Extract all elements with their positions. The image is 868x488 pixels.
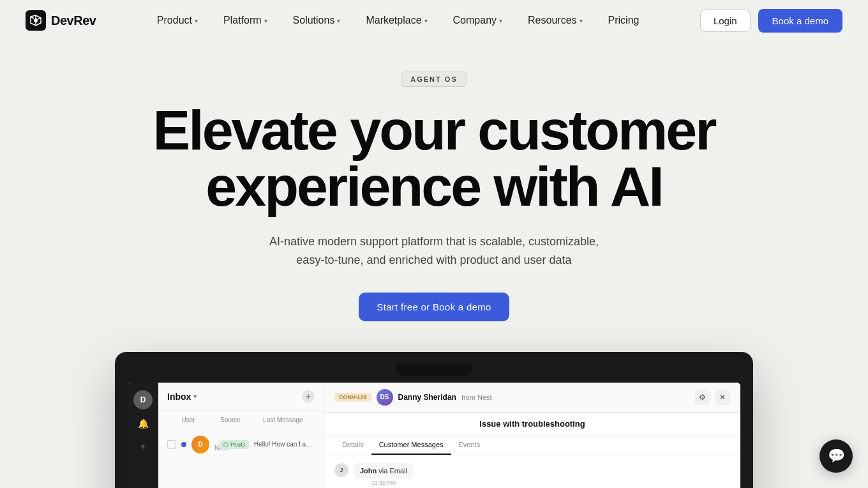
msg-content: John via Email 12:30 PM [354,463,414,486]
chat-widget[interactable]: 💬 [819,439,853,473]
close-icon[interactable]: ✕ [715,390,730,405]
msg-sender: John [360,467,377,475]
inbox-header: Inbox ▾ ＋ [158,383,324,411]
user-avatar: D [133,390,153,409]
navbar: DevRev Product ▾ Platform ▾ Solutions ▾ … [0,0,868,41]
inbox-row[interactable]: D Danny Sheridan Nest ⬡ PLuG Hello! How … [158,429,324,461]
hero-subtitle: AI-native modern support platform that i… [255,233,613,270]
hero-badge: AGENT OS [401,72,467,87]
hero-cta-button[interactable]: Start free or Book a demo [359,293,509,321]
unread-dot [181,442,186,447]
laptop-notch-bar [128,363,740,376]
nav-company-chevron: ▾ [499,17,502,24]
nav-solutions-chevron: ▾ [337,17,340,24]
nav-platform-chevron: ▾ [264,17,267,24]
detail-tabs: Details Customer Messages Events [324,436,740,455]
detail-user-info: DS Danny Sheridan from Nest [377,389,492,406]
app-sidebar: D 🔔 ＋ [128,383,158,488]
laptop-outer: D 🔔 ＋ Inbox ▾ ＋ [115,352,753,488]
inbox-title: Inbox ▾ [167,392,197,402]
row-avatar: D [191,436,209,454]
nav-solutions[interactable]: Solutions ▾ [283,10,351,31]
laptop-mockup: D 🔔 ＋ Inbox ▾ ＋ [115,352,753,488]
inbox-chevron-icon: ▾ [193,393,197,400]
bell-icon[interactable]: 🔔 [134,415,152,432]
logo-text: DevRev [51,13,96,28]
nav-actions: Login Book a demo [700,9,842,33]
login-button[interactable]: Login [700,10,751,32]
detail-header: CONV-129 DS Danny Sheridan from Nest ⚙ ✕ [324,383,740,413]
logo-link[interactable]: DevRev [26,10,96,31]
book-demo-button[interactable]: Book a demo [758,9,842,33]
tab-details[interactable]: Details [334,436,371,455]
detail-header-left: CONV-129 DS Danny Sheridan from Nest [334,389,492,406]
nav-pricing[interactable]: Pricing [598,10,650,31]
laptop-screen: D 🔔 ＋ Inbox ▾ ＋ [128,383,740,488]
inbox-columns: User Source Last Message [158,411,324,429]
row-last-message: Hello! How can I assist you with TechByt… [254,441,315,448]
devrev-logo-icon [26,10,46,31]
tab-customer-messages[interactable]: Customer Messages [371,436,451,455]
col-source-header: Source [209,416,251,423]
inbox-rows: D Danny Sheridan Nest ⬡ PLuG Hello! How … [158,429,324,461]
msg-via: via Email [378,467,407,475]
source-badge: ⬡ PLuG [220,440,249,449]
msg-avatar: J [334,463,348,477]
col-msg-header: Last Message [251,416,315,423]
plug-icon: ⬡ [223,441,228,448]
nav-product-chevron: ▾ [195,17,198,24]
nav-product[interactable]: Product ▾ [147,10,208,31]
nav-platform[interactable]: Platform ▾ [213,10,278,31]
nav-resources-chevron: ▾ [580,17,583,24]
msg-time: 12:30 PM [354,480,414,486]
msg-bubble: John via Email [354,463,414,478]
detail-issue: Issue with troubleshooting [324,413,740,436]
tab-events[interactable]: Events [451,436,488,455]
detail-messages: J John via Email 12:30 PM [324,455,740,488]
nav-links: Product ▾ Platform ▾ Solutions ▾ Marketp… [147,10,650,31]
message-row: J John via Email 12:30 PM [334,463,730,486]
nav-marketplace[interactable]: Marketplace ▾ [355,10,437,31]
conv-id-badge: CONV-129 [334,393,371,402]
laptop-notch [396,363,472,376]
hero-title: Elevate your customer experience with AI [153,102,715,215]
nav-marketplace-chevron: ▾ [424,17,428,24]
row-checkbox[interactable] [167,440,176,449]
settings-icon[interactable]: ⚙ [694,390,710,405]
chat-icon: 💬 [828,448,845,464]
add-icon[interactable]: ＋ [134,438,152,455]
inbox-add-button[interactable]: ＋ [302,390,315,403]
app-content: Inbox ▾ ＋ User Source Last Message [158,383,740,488]
inbox-panel: Inbox ▾ ＋ User Source Last Message [158,383,324,488]
detail-panel: CONV-129 DS Danny Sheridan from Nest ⚙ ✕ [324,383,740,488]
issue-title: Issue with troubleshooting [334,419,730,429]
detail-user-from: from Nest [461,393,492,401]
detail-actions: ⚙ ✕ [694,390,730,405]
detail-avatar: DS [377,389,393,406]
svg-point-1 [34,19,38,22]
hero-section: AGENT OS Elevate your customer experienc… [0,41,868,488]
nav-resources[interactable]: Resources ▾ [518,10,592,31]
col-user-header: User [167,416,209,423]
detail-user-name: Danny Sheridan [398,393,456,402]
nav-company[interactable]: Company ▾ [443,10,513,31]
